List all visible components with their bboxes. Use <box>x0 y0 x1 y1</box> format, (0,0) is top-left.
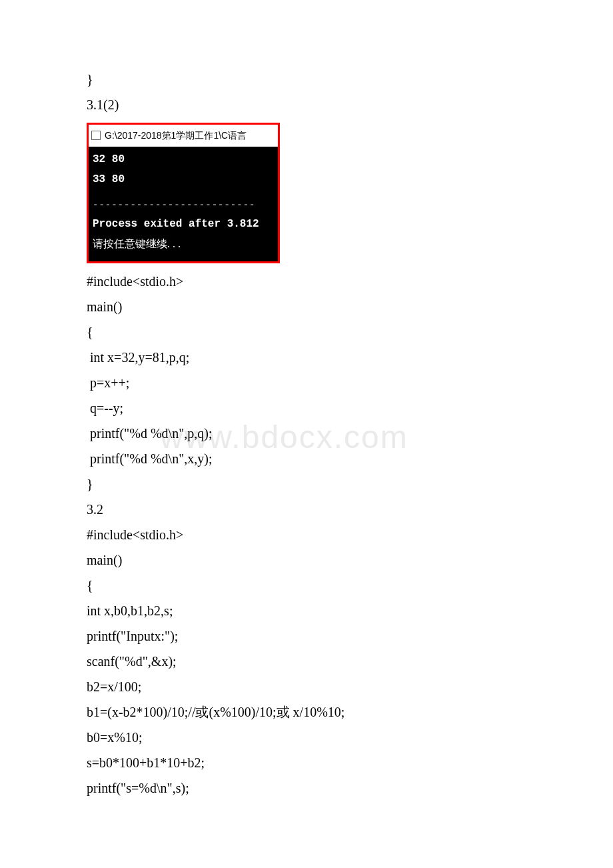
code-text: { <box>87 319 526 345</box>
window-titlebar: G:\2017-2018第1学期工作1\C语言 <box>89 125 278 147</box>
output-line: 33 80 <box>93 169 274 189</box>
code-text: b2=x/100; <box>87 674 526 699</box>
prompt-line: 请按任意键继续. . . <box>93 234 274 254</box>
console-screenshot: G:\2017-2018第1学期工作1\C语言 32 80 33 80 ----… <box>87 123 280 263</box>
code-text: p=x++; <box>87 370 526 395</box>
section-label: 3.2 <box>87 497 526 522</box>
app-icon <box>91 131 101 140</box>
code-text: int x=32,y=81,p,q; <box>87 345 526 370</box>
code-text: scanf("%d",&x); <box>87 649 526 674</box>
code-text: q=--y; <box>87 395 526 421</box>
code-text: { <box>87 573 526 598</box>
code-text: printf("%d %d\n",p,q); <box>87 421 526 446</box>
code-text: b1=(x-b2*100)/10;//或(x%100)/10;或 x/10%10… <box>87 699 526 725</box>
document-content: www.bdocx.com } 3.1(2) G:\2017-2018第1学期工… <box>87 67 526 801</box>
code-text: printf("s=%d\n",s); <box>87 775 526 801</box>
code-text: main() <box>87 547 526 573</box>
exit-line: Process exited after 3.812 <box>93 214 274 234</box>
code-text: b0=x%10; <box>87 725 526 750</box>
code-text: printf("%d %d\n",x,y); <box>87 446 526 471</box>
window-title: G:\2017-2018第1学期工作1\C语言 <box>105 127 247 145</box>
code-text: main() <box>87 294 526 319</box>
console-output: 32 80 33 80 -------------------------- P… <box>89 147 278 261</box>
code-text: #include<stdio.h> <box>87 269 526 294</box>
code-text: printf("Inputx:"); <box>87 623 526 649</box>
code-text: s=b0*100+b1*10+b2; <box>87 750 526 775</box>
output-line: 32 80 <box>93 149 274 169</box>
section-label: 3.1(2) <box>87 92 526 117</box>
code-text: #include<stdio.h> <box>87 522 526 547</box>
code-text: } <box>87 471 526 497</box>
code-text: int x,b0,b1,b2,s; <box>87 598 526 623</box>
divider: -------------------------- <box>93 196 274 214</box>
code-text: } <box>87 67 526 92</box>
